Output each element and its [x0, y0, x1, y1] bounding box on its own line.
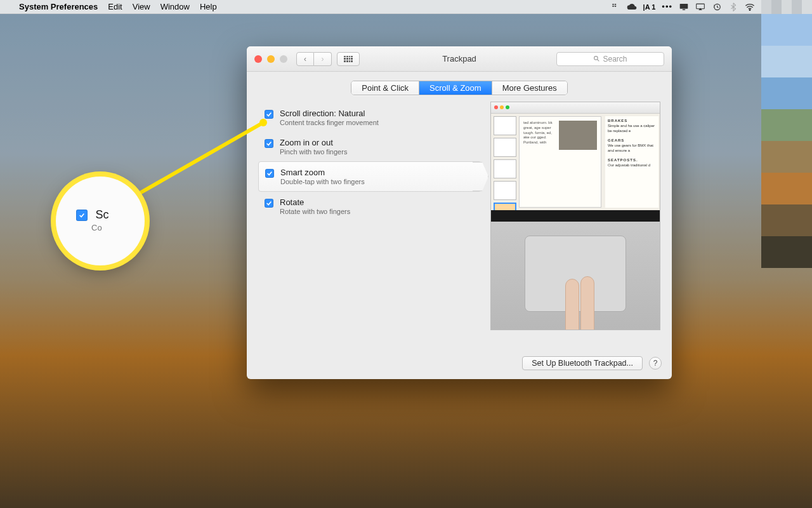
gesture-preview: ted aluminum. bk great, age super tough.… — [490, 102, 660, 330]
menu-window[interactable]: Window — [160, 2, 190, 11]
preview-h1: BRAKES — [608, 119, 627, 123]
zoom-button-disabled — [280, 55, 287, 63]
preview-h3: SEATPOSTS. — [608, 158, 638, 162]
option-zoom[interactable]: Zoom in or outPinch with two fingers — [258, 132, 481, 161]
show-all-button[interactable] — [337, 52, 360, 66]
app-name[interactable]: System Preferences — [19, 2, 98, 11]
callout-subtitle: Co — [91, 223, 108, 232]
menu-edit[interactable]: Edit — [108, 2, 122, 11]
option-scroll-direction[interactable]: Scroll direction: NaturalContent tracks … — [258, 103, 481, 132]
adobe-status[interactable]: |A 1 — [643, 2, 656, 12]
option-title: Rotate — [280, 197, 350, 207]
back-button[interactable]: ‹ — [296, 52, 314, 66]
option-subtitle: Pinch with two fingers — [280, 148, 347, 156]
traffic-lights — [247, 55, 287, 63]
tab-bar: Point & Click Scroll & Zoom More Gesture… — [247, 72, 672, 102]
help-button[interactable]: ? — [649, 357, 662, 370]
right-pixel-strip — [761, 14, 812, 268]
callout-magnifier: Sc Co — [56, 177, 145, 265]
search-placeholder: Search — [603, 55, 627, 64]
timemachine-icon[interactable] — [712, 2, 722, 12]
minimize-button[interactable] — [267, 55, 275, 63]
search-icon — [593, 55, 600, 62]
svg-point-8 — [259, 119, 267, 126]
svg-rect-1 — [683, 9, 685, 10]
more-icon[interactable]: ••• — [662, 2, 672, 12]
preview-p2: We use gears for BMX that and ensure a — [608, 144, 653, 152]
preview-h2: GEARS — [608, 138, 624, 142]
close-button[interactable] — [254, 55, 262, 63]
callout-title: Sc — [95, 208, 108, 222]
option-title: Zoom in or out — [280, 138, 347, 147]
preview-p3: Our adjustab traditional d — [608, 163, 650, 167]
option-title: Scroll direction: Natural — [280, 109, 379, 118]
option-rotate[interactable]: RotateRotate with two fingers — [258, 192, 481, 221]
window-titlebar[interactable]: ‹ › Trackpad Search — [247, 46, 672, 72]
wifi-icon[interactable] — [745, 2, 755, 12]
option-title: Smart zoom — [280, 168, 365, 177]
svg-line-7 — [133, 123, 263, 197]
cloud-icon[interactable] — [627, 2, 637, 12]
setup-bluetooth-trackpad-button[interactable]: Set Up Bluetooth Trackpad... — [522, 356, 643, 370]
preferences-window: ‹ › Trackpad Search Point & Click Scroll… — [247, 46, 672, 379]
callout-checkbox-icon — [76, 210, 88, 221]
checkbox-scroll-direction[interactable] — [265, 110, 273, 119]
menu-help[interactable]: Help — [200, 2, 217, 11]
tab-scroll-zoom[interactable]: Scroll & Zoom — [419, 81, 492, 95]
grid-icon — [344, 56, 353, 62]
option-subtitle: Double-tap with two fingers — [280, 178, 365, 185]
tab-more-gestures[interactable]: More Gestures — [492, 81, 567, 95]
svg-point-4 — [749, 9, 750, 10]
svg-rect-0 — [680, 4, 688, 9]
svg-point-6 — [594, 57, 598, 60]
option-smart-zoom[interactable]: Smart zoomDouble-tap with two fingers — [258, 161, 481, 192]
pixel-strip — [761, 0, 812, 14]
bluetooth-icon[interactable] — [728, 2, 738, 12]
forward-button[interactable]: › — [314, 52, 332, 66]
menu-bar: System Preferences Edit View Window Help… — [0, 0, 812, 14]
preview-p1: Simple and ha use a caliper be replaced … — [608, 124, 655, 133]
preview-page-text: ted aluminum. bk great, age super tough.… — [523, 121, 553, 144]
airplay-icon[interactable] — [695, 2, 705, 12]
option-subtitle: Content tracks finger movement — [280, 119, 379, 126]
option-subtitle: Rotate with two fingers — [280, 208, 350, 215]
callout-leader-line — [121, 121, 285, 203]
display-icon[interactable] — [679, 2, 689, 12]
menu-view[interactable]: View — [133, 2, 150, 11]
dropbox-icon[interactable] — [610, 2, 620, 12]
options-list: Scroll direction: NaturalContent tracks … — [258, 102, 481, 341]
tab-point-click[interactable]: Point & Click — [351, 81, 419, 95]
search-input[interactable]: Search — [556, 52, 664, 66]
